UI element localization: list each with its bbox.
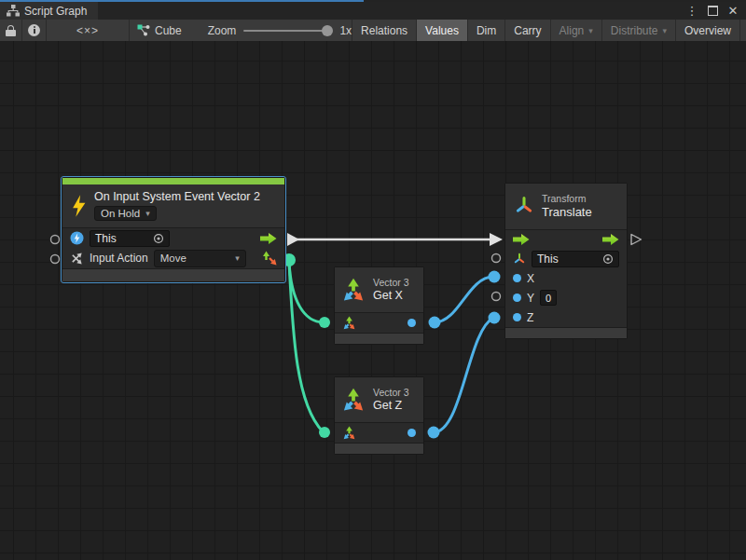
graph-owner-button[interactable]: Cube	[137, 24, 182, 37]
button-label: Carry	[514, 24, 541, 37]
chevron-down-icon: ▾	[662, 26, 667, 35]
close-icon: ✕	[728, 5, 739, 17]
float-in-port[interactable]	[513, 294, 521, 302]
node-on-input-system-event[interactable]: On Input System Event Vector 2 On Hold ▾…	[62, 177, 285, 282]
flow-out-port-icon[interactable]	[260, 232, 277, 245]
maximize-button[interactable]	[705, 4, 720, 19]
float-in-port[interactable]	[513, 313, 521, 321]
event-this-field[interactable]: This	[90, 230, 170, 247]
zoom-control: Zoom 1x	[208, 24, 352, 37]
translate-flow-row	[505, 230, 627, 250]
toolbar-button-distribute[interactable]: Distribute ▾	[602, 20, 676, 41]
vector3-icon	[341, 388, 366, 412]
z-label: Z	[527, 311, 533, 324]
tab-bar: Script Graph ⋮ ✕	[0, 2, 746, 20]
node-get-x[interactable]: Vector 3 Get X	[334, 266, 424, 345]
chevron-down-icon: ▾	[235, 253, 240, 263]
y-label: Y	[527, 292, 534, 305]
button-label: Values	[425, 24, 459, 37]
transform-icon	[514, 196, 534, 216]
translate-this-row: This	[505, 250, 627, 269]
unit-toggle-label: <×>	[76, 24, 99, 37]
button-label: Relations	[361, 24, 408, 37]
toolbar-button-align[interactable]: Align ▾	[551, 20, 602, 41]
node-footer	[335, 333, 423, 344]
button-label: Align	[560, 24, 585, 37]
graph-nodes-icon	[137, 24, 150, 36]
y-value-field[interactable]: 0	[540, 290, 557, 306]
button-label: Dim	[477, 24, 496, 37]
node-footer	[505, 327, 627, 338]
this-value: This	[95, 232, 117, 245]
toolbar-button-dim[interactable]: Dim	[468, 20, 505, 41]
zoom-value: 1x	[339, 24, 352, 37]
graph-hierarchy-icon	[7, 5, 20, 17]
event-mode-dropdown[interactable]: On Hold ▾	[94, 206, 157, 221]
translate-z-row: Z	[505, 307, 627, 327]
node-title: Get X	[373, 289, 403, 302]
lock-icon	[6, 25, 16, 36]
event-input-action-row: Input Action Move ▾	[62, 249, 284, 269]
chevron-down-icon: ▾	[145, 209, 150, 218]
float-in-port[interactable]	[513, 274, 521, 282]
node-get-z[interactable]: Vector 3 Get Z	[334, 376, 424, 455]
zoom-slider[interactable]	[243, 30, 332, 32]
chevron-down-icon: ▾	[588, 26, 593, 35]
toolbar-button-fullscreen[interactable]: Full Screen	[740, 20, 746, 41]
node-title: Translate	[542, 205, 592, 219]
translate-y-row: Y 0	[505, 288, 627, 307]
event-node-header: On Input System Event Vector 2 On Hold ▾	[62, 184, 284, 228]
button-label: Distribute	[611, 24, 658, 37]
event-mode-value: On Hold	[101, 208, 140, 219]
toolbar-button-carry[interactable]: Carry	[505, 20, 550, 41]
input-action-value: Move	[160, 253, 186, 264]
node-footer	[62, 268, 284, 281]
gameobject-icon	[70, 231, 84, 245]
close-button[interactable]: ✕	[725, 4, 740, 19]
vector3-in-port-icon[interactable]	[342, 426, 356, 440]
target-picker-icon[interactable]	[602, 253, 614, 265]
node-transform-translate[interactable]: Transform Translate This X Y 0 Z	[504, 183, 628, 339]
transform-port-icon	[513, 253, 526, 266]
toolbar-button-values[interactable]: Values	[417, 20, 468, 41]
tab-script-graph[interactable]: Script Graph	[0, 2, 98, 20]
vector3-in-port-icon[interactable]	[342, 316, 356, 330]
target-picker-icon[interactable]	[153, 233, 164, 244]
kebab-menu-icon: ⋮	[686, 5, 698, 17]
translate-this-field[interactable]: This	[532, 251, 619, 267]
script-graph-window: Script Graph ⋮ ✕ <×> Cube	[0, 0, 746, 560]
graph-toolbar: <×> Cube Zoom 1x Relations Values Dim Ca…	[0, 20, 746, 42]
window-menu-button[interactable]: ⋮	[684, 4, 699, 19]
getx-port-row	[335, 313, 423, 333]
node-category: Vector 3	[373, 277, 409, 288]
this-value: This	[537, 253, 559, 266]
translate-node-header: Transform Translate	[505, 184, 627, 230]
button-label: Overview	[684, 24, 731, 37]
lock-button[interactable]	[0, 20, 22, 41]
getz-port-row	[335, 423, 423, 443]
maximize-icon	[708, 6, 718, 16]
inspect-button[interactable]	[22, 20, 47, 41]
input-action-icon	[70, 252, 84, 265]
x-label: X	[527, 272, 534, 285]
vector3-icon	[341, 278, 366, 302]
node-category: Vector 3	[373, 387, 409, 398]
event-this-row: This	[62, 228, 284, 249]
input-action-dropdown[interactable]: Move ▾	[154, 250, 246, 267]
zoom-slider-handle[interactable]	[322, 25, 333, 36]
node-category: Transform	[542, 193, 586, 204]
unit-preview-toggle[interactable]: <×>	[47, 20, 130, 41]
getz-node-header: Vector 3 Get Z	[335, 377, 423, 423]
input-action-label: Input Action	[90, 252, 148, 265]
flow-in-port-icon[interactable]	[513, 233, 530, 246]
toolbar-button-overview[interactable]: Overview	[676, 20, 740, 41]
lightning-bolt-icon	[71, 195, 87, 217]
float-out-port[interactable]	[408, 319, 416, 327]
float-out-port[interactable]	[408, 429, 416, 437]
toolbar-button-relations[interactable]: Relations	[352, 20, 417, 41]
graph-owner-label: Cube	[155, 24, 182, 37]
flow-out-port-icon[interactable]	[602, 233, 619, 246]
getx-node-header: Vector 3 Get X	[335, 267, 423, 313]
translate-x-row: X	[505, 268, 627, 288]
vector2-out-port-icon[interactable]	[262, 251, 277, 266]
